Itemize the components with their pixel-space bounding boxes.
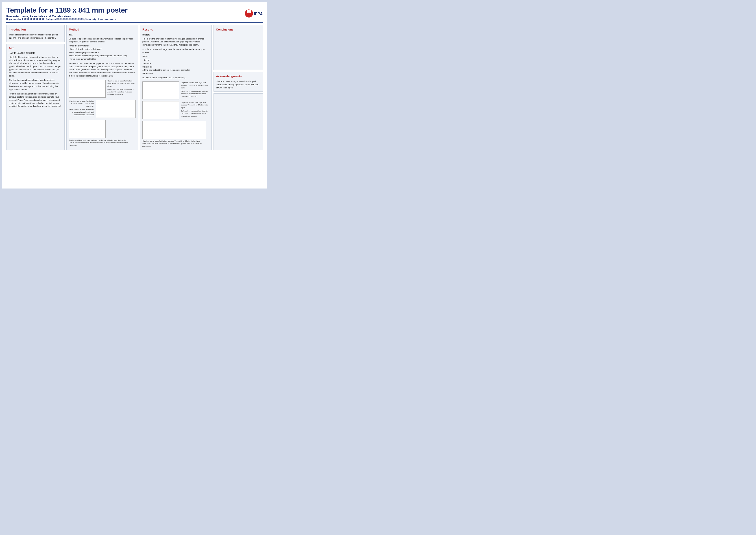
method-subtitle: Text: [69, 33, 136, 37]
svg-point-3: [249, 9, 251, 12]
logo-area: IFPA: [243, 6, 263, 20]
method-body2: Authors should re-write their paper so t…: [69, 62, 136, 77]
conclusions-panel: Conclusions: [213, 25, 263, 70]
method-caption-2-normal: Captions set in a serif style font such …: [69, 100, 94, 108]
method-caption-1: Captions set in a serif style font such …: [107, 80, 136, 96]
header-left: Template for a 1189 x 841 mm poster Pres…: [6, 6, 127, 20]
results-image-row-1: Captions set in a serif style font such …: [143, 81, 209, 99]
method-bullet-2: Simplify text by using bullet points: [69, 47, 136, 51]
method-caption-3: Captions set in a serif style font such …: [69, 139, 136, 147]
main-grid: Introduction This editable template is i…: [6, 25, 263, 150]
results-select-2: 2 Picture: [143, 62, 209, 65]
results-image-box-1: [143, 81, 179, 99]
results-caption-1-normal: Captions set in a serif style font such …: [181, 81, 209, 89]
results-select-label: Select:: [143, 55, 209, 58]
results-body2: In order to insert an image, use the men…: [143, 48, 209, 54]
presenter-name: Presenter name, Associates and Collabora…: [6, 14, 127, 18]
results-caption-2-italic: Duis autem vel eum iriure dolor in hendr…: [181, 110, 209, 118]
svg-point-4: [247, 13, 251, 16]
right-column: Conclusions Acknowledgments Check to mak…: [213, 25, 263, 150]
svg-text:IFPA: IFPA: [254, 12, 263, 16]
introduction-panel: Introduction This editable template is i…: [6, 25, 65, 42]
results-caption-3: Captions set in a serif style font such …: [143, 140, 209, 148]
method-bullet-1: Use the active tense: [69, 44, 136, 47]
method-image-box-2: [96, 100, 136, 118]
poster-page: Template for a 1189 x 841 mm poster Pres…: [2, 2, 267, 188]
left-column: Introduction This editable template is i…: [6, 25, 65, 150]
method-caption-1-normal: Captions set in a serif style font such …: [107, 80, 136, 88]
aim-body3: Refer to the next page for logos commonl…: [9, 92, 62, 108]
results-select-3: 3 From file: [143, 65, 209, 69]
conclusions-title: Conclusions: [216, 28, 260, 32]
results-image-box-3: [143, 121, 206, 139]
method-image-row-2: Captions set in a serif style font such …: [69, 100, 136, 118]
method-body1: Be sure to spell check all text and have…: [69, 37, 136, 43]
method-bullet-3: Use colored graphs and charts: [69, 51, 136, 54]
results-select-5: 5 Press OK: [143, 72, 209, 75]
acknowledgments-body: Check to make sure you've acknowledged p…: [216, 80, 260, 89]
method-bullets: Use the active tense Simplify text by us…: [69, 44, 136, 61]
method-bullet-4: Use bold to provide emphasis; avoid capi…: [69, 54, 136, 57]
results-caption-1: Captions set in a serif style font such …: [181, 81, 209, 98]
aim-title: Aim: [9, 46, 62, 50]
header: Template for a 1189 x 841 mm poster Pres…: [6, 6, 263, 23]
results-caption-2: Captions set in a serif style font such …: [181, 101, 209, 118]
results-caption-3-italic: Duis autem vel eum iriure dolor in hendr…: [143, 142, 209, 148]
method-image-row-3: Captions set in a serif style font such …: [69, 120, 136, 147]
acknowledgments-title: Acknowledgments: [216, 74, 260, 78]
method-title: Method: [69, 28, 136, 32]
method-caption-3-italic: Duis autem vel eum iriure dolor in hendr…: [69, 141, 136, 147]
results-body3: Be aware of the image size you are impor…: [143, 76, 209, 79]
department-info: Department of XXXXXXXXXXXXXXX, College o…: [6, 18, 127, 20]
results-panel: Results Images TIFFs are the preferred f…: [140, 25, 212, 150]
method-caption-1-italic: Duis autem vel eum iriure dolor in hendr…: [107, 88, 136, 96]
results-image-box-2: [143, 101, 179, 119]
results-subtitle: Images: [143, 33, 209, 37]
results-body1: TIFFs are the preferred file format for …: [143, 37, 209, 46]
results-select-1: 1 Insert: [143, 59, 209, 62]
method-caption-3-normal: Captions set in a serif style font such …: [69, 139, 136, 142]
results-title: Results: [143, 28, 209, 32]
results-caption-1-italic: Duis autem vel eum iriure dolor in hendr…: [181, 90, 209, 98]
method-caption-2: Captions set in a serif style font such …: [69, 100, 94, 116]
method-caption-2-italic: Duis autem vel eum iriure dolor in hendr…: [69, 108, 94, 116]
aim-subtitle: How to use this template: [9, 52, 62, 55]
poster-title: Template for a 1189 x 841 mm poster: [6, 6, 127, 14]
method-image-row-1: Captions set in a serif style font such …: [69, 80, 136, 98]
acknowledgments-panel: Acknowledgments Check to make sure you'v…: [213, 72, 263, 92]
ifpa-logo: IFPA: [243, 6, 263, 20]
results-select-4: 4 Find and select the correct file on yo…: [143, 69, 209, 71]
empty-right-panel: [213, 93, 263, 150]
results-select-list: 1 Insert 2 Picture 3 From file 4 Find an…: [143, 59, 209, 75]
method-image-box-3: [69, 120, 106, 138]
aim-body2: The text boxes and photo boxes may be re…: [9, 78, 62, 91]
results-image-row-2: Captions set in a serif style font such …: [143, 101, 209, 119]
svg-point-2: [247, 9, 249, 12]
method-bullet-5: Avoid long numerical tables: [69, 57, 136, 61]
method-panel: Method Text Be sure to spell check all t…: [67, 25, 138, 150]
results-image-row-3: Captions set in a serif style font such …: [143, 121, 209, 148]
results-caption-3-normal: Captions set in a serif style font such …: [143, 140, 209, 143]
method-image-box-1: [69, 80, 106, 98]
results-caption-2-normal: Captions set in a serif style font such …: [181, 101, 209, 109]
introduction-body: This editable template is in the most co…: [9, 33, 62, 40]
aim-body1: Highlight this text and replace it with …: [9, 56, 62, 77]
aim-panel: Aim How to use this template Highlight t…: [6, 44, 65, 150]
introduction-title: Introduction: [9, 28, 62, 32]
